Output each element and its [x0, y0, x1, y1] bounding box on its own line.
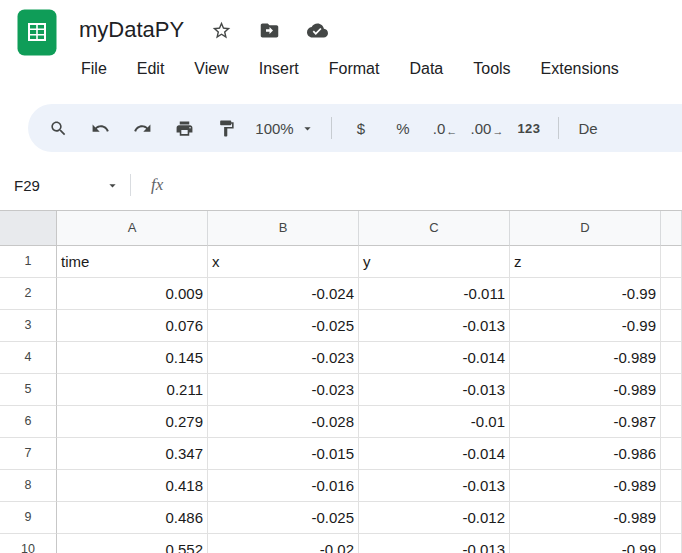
cell-D3[interactable]: -0.99 — [510, 310, 661, 342]
cell-D1[interactable]: z — [510, 246, 661, 278]
cell-E4[interactable] — [661, 342, 682, 374]
cell-E7[interactable] — [661, 438, 682, 470]
cell-C7[interactable]: -0.014 — [359, 438, 510, 470]
name-box[interactable]: F29 — [0, 177, 130, 194]
cell-E5[interactable] — [661, 374, 682, 406]
cell-A7[interactable]: 0.347 — [57, 438, 208, 470]
cell-D10[interactable]: -0.99 — [510, 534, 661, 553]
font-family-dropdown[interactable]: De — [568, 112, 608, 144]
cell-C8[interactable]: -0.013 — [359, 470, 510, 502]
menu-format[interactable]: Format — [314, 56, 395, 82]
cell-B10[interactable]: -0.02 — [208, 534, 359, 553]
cell-B2[interactable]: -0.024 — [208, 278, 359, 310]
column-header-d[interactable]: D — [510, 211, 661, 246]
cell-B1[interactable]: x — [208, 246, 359, 278]
row-header-1[interactable]: 1 — [0, 246, 57, 278]
zoom-dropdown[interactable]: 100% — [248, 112, 322, 144]
column-header-partial[interactable] — [661, 211, 682, 246]
cell-C10[interactable]: -0.013 — [359, 534, 510, 553]
cell-E3[interactable] — [661, 310, 682, 342]
menu-tools[interactable]: Tools — [458, 56, 525, 82]
cell-C3[interactable]: -0.013 — [359, 310, 510, 342]
cell-D2[interactable]: -0.99 — [510, 278, 661, 310]
cell-A1[interactable]: time — [57, 246, 208, 278]
menu-edit[interactable]: Edit — [122, 56, 180, 82]
cell-E10[interactable] — [661, 534, 682, 553]
toolbar-divider — [558, 117, 559, 139]
cell-D8[interactable]: -0.989 — [510, 470, 661, 502]
cell-B3[interactable]: -0.025 — [208, 310, 359, 342]
cell-C4[interactable]: -0.014 — [359, 342, 510, 374]
document-title[interactable]: myDataPY — [79, 17, 184, 43]
cell-A4[interactable]: 0.145 — [57, 342, 208, 374]
paint-format-button[interactable] — [206, 112, 246, 144]
more-number-formats-button[interactable]: 123 — [509, 112, 549, 144]
row-header-4[interactable]: 4 — [0, 342, 57, 374]
chevron-down-icon — [300, 121, 315, 136]
cell-A10[interactable]: 0.552 — [57, 534, 208, 553]
row-header-5[interactable]: 5 — [0, 374, 57, 406]
cell-A8[interactable]: 0.418 — [57, 470, 208, 502]
sheets-logo-icon[interactable] — [17, 9, 57, 56]
sheet-row-6: 60.279-0.028-0.01-0.987 — [0, 406, 682, 438]
cell-D5[interactable]: -0.989 — [510, 374, 661, 406]
cell-A5[interactable]: 0.211 — [57, 374, 208, 406]
arrow-left-icon: ← — [446, 125, 457, 137]
cell-E2[interactable] — [661, 278, 682, 310]
menu-data[interactable]: Data — [394, 56, 458, 82]
cell-D6[interactable]: -0.987 — [510, 406, 661, 438]
cell-A6[interactable]: 0.279 — [57, 406, 208, 438]
cell-C1[interactable]: y — [359, 246, 510, 278]
row-header-10[interactable]: 10 — [0, 534, 57, 553]
move-to-folder-icon[interactable] — [258, 19, 280, 41]
row-header-2[interactable]: 2 — [0, 278, 57, 310]
decrease-decimal-button[interactable]: .0← — [425, 112, 465, 144]
cell-C5[interactable]: -0.013 — [359, 374, 510, 406]
sheet-row-7: 70.347-0.015-0.014-0.986 — [0, 438, 682, 470]
undo-button[interactable] — [80, 112, 120, 144]
menu-view[interactable]: View — [179, 56, 243, 82]
menu-extensions[interactable]: Extensions — [526, 56, 634, 82]
currency-format-button[interactable]: $ — [341, 112, 381, 144]
row-header-3[interactable]: 3 — [0, 310, 57, 342]
select-all-corner[interactable] — [0, 211, 57, 246]
cell-B4[interactable]: -0.023 — [208, 342, 359, 374]
print-button[interactable] — [164, 112, 204, 144]
cell-D7[interactable]: -0.986 — [510, 438, 661, 470]
row-header-6[interactable]: 6 — [0, 406, 57, 438]
cell-A3[interactable]: 0.076 — [57, 310, 208, 342]
cell-A9[interactable]: 0.486 — [57, 502, 208, 534]
cell-E8[interactable] — [661, 470, 682, 502]
cell-D4[interactable]: -0.989 — [510, 342, 661, 374]
star-icon[interactable] — [210, 19, 232, 41]
cell-C2[interactable]: -0.011 — [359, 278, 510, 310]
cell-B7[interactable]: -0.015 — [208, 438, 359, 470]
row-header-9[interactable]: 9 — [0, 502, 57, 534]
cell-B9[interactable]: -0.025 — [208, 502, 359, 534]
cell-B8[interactable]: -0.016 — [208, 470, 359, 502]
grid-header-row: ABCD — [0, 210, 682, 246]
cell-B5[interactable]: -0.023 — [208, 374, 359, 406]
cloud-status-icon[interactable] — [306, 19, 328, 41]
cell-C9[interactable]: -0.012 — [359, 502, 510, 534]
redo-button[interactable] — [122, 112, 162, 144]
cell-E1[interactable] — [661, 246, 682, 278]
formula-input[interactable] — [163, 160, 682, 210]
menu-file[interactable]: File — [66, 56, 122, 82]
cell-E9[interactable] — [661, 502, 682, 534]
cell-C6[interactable]: -0.01 — [359, 406, 510, 438]
increase-decimal-button[interactable]: .00→ — [467, 112, 507, 144]
search-icon[interactable] — [38, 112, 78, 144]
row-header-7[interactable]: 7 — [0, 438, 57, 470]
cell-A2[interactable]: 0.009 — [57, 278, 208, 310]
column-header-c[interactable]: C — [359, 211, 510, 246]
percent-format-button[interactable]: % — [383, 112, 423, 144]
menu-insert[interactable]: Insert — [244, 56, 314, 82]
active-cell-reference: F29 — [14, 177, 40, 194]
column-header-a[interactable]: A — [57, 211, 208, 246]
cell-B6[interactable]: -0.028 — [208, 406, 359, 438]
column-header-b[interactable]: B — [208, 211, 359, 246]
row-header-8[interactable]: 8 — [0, 470, 57, 502]
cell-D9[interactable]: -0.989 — [510, 502, 661, 534]
cell-E6[interactable] — [661, 406, 682, 438]
